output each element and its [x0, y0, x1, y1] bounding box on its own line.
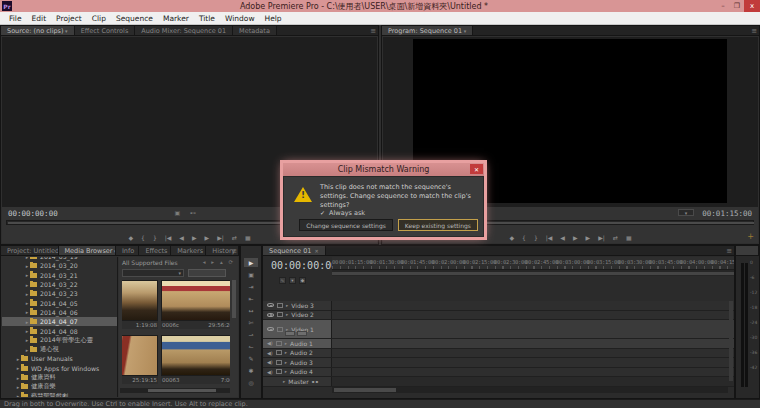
clip-cell[interactable]: 0006c29:56:20 — [161, 280, 230, 330]
slip-tool[interactable]: ⇀ — [244, 330, 258, 339]
project-tab-4[interactable]: Markers — [171, 246, 206, 255]
source-tab-3[interactable]: Metadata — [233, 26, 277, 35]
video-track-header[interactable]: ▸Video 1 — [263, 320, 332, 338]
mark-out-icon[interactable]: } — [153, 234, 157, 241]
tree-item[interactable]: ▸2014_04_06 — [2, 308, 117, 317]
sync-lock-icon[interactable] — [276, 341, 282, 346]
tree-item[interactable]: ▸2014_03_23 — [2, 289, 117, 298]
program-tab-0[interactable]: Program: Sequence 01 ▾ — [382, 26, 473, 35]
timeline-panel-menu-icon[interactable]: ≡ — [726, 247, 732, 255]
work-area-bar[interactable] — [332, 270, 734, 276]
menu-window[interactable]: Window — [220, 14, 260, 23]
rate-stretch-tool[interactable]: ↔ — [244, 306, 258, 315]
dialog-button-1[interactable]: Keep existing settings — [398, 219, 478, 231]
project-tab-1[interactable]: Media Browser ▾ — [59, 246, 116, 255]
menu-marker[interactable]: Marker — [158, 14, 194, 23]
tree-item[interactable]: ▸通心視 — [2, 345, 117, 354]
go-to-in-icon[interactable]: |◀ — [165, 234, 172, 241]
program-duration-timecode[interactable]: 00:01:15:00 — [702, 209, 752, 218]
tree-item[interactable]: ▸健康音樂 — [2, 382, 117, 391]
dialog-close-icon[interactable]: ✕ — [470, 164, 483, 174]
sync-lock-icon[interactable] — [277, 327, 283, 332]
step-back-icon[interactable]: ◀ — [560, 234, 565, 241]
clip-cell[interactable]: 25:19:15 — [122, 335, 158, 385]
safe-margins-icon[interactable]: ▦ — [245, 234, 251, 241]
go-to-in-icon[interactable]: |◀ — [546, 234, 553, 241]
tree-item[interactable]: ▸2014_03_21 — [2, 271, 117, 280]
tab-sequence-01[interactable]: Sequence 01✕ — [263, 246, 326, 255]
audio-track-content[interactable] — [332, 358, 734, 367]
timeline-vertical-scrollbar[interactable] — [729, 301, 733, 381]
razor-tool[interactable]: ✄ — [244, 318, 258, 327]
collapse-track-icon[interactable]: ▸ — [285, 341, 287, 346]
browser-vertical-scrollbar[interactable] — [232, 280, 236, 318]
file-type-filter[interactable]: All Supported Files — [122, 259, 178, 266]
zoom-tool[interactable]: ◎ — [244, 378, 258, 387]
source-tab-0[interactable]: Source: (no clips) ▾ — [1, 26, 75, 35]
always-ask-checkbox[interactable]: ✓ Always ask — [320, 209, 365, 217]
track-select-tool[interactable]: ▣ — [244, 270, 258, 279]
video-track-content[interactable] — [332, 301, 734, 310]
browser-search-input[interactable] — [188, 269, 226, 277]
menu-file[interactable]: File — [4, 14, 27, 23]
program-button-editor-icon[interactable]: + — [747, 232, 754, 241]
browser-nav-icons[interactable]: ◂ ▸ ▴ ⟳ — [203, 259, 235, 265]
master-track-header[interactable]: ▸Master▪▪ — [263, 377, 332, 386]
show-keyframes-icon[interactable] — [297, 331, 307, 336]
timeline-horizontal-scrollbar[interactable] — [332, 387, 728, 393]
project-tab-2[interactable]: Info — [116, 246, 140, 255]
project-tab-0[interactable]: Project: Untitled — [1, 246, 59, 255]
clip-thumbnail[interactable]: 25:19:15 — [122, 335, 158, 384]
sync-lock-icon[interactable] — [277, 312, 283, 317]
mark-in-icon[interactable]: { — [141, 234, 145, 241]
tab-close-icon[interactable]: ✕ — [314, 248, 318, 254]
step-back-icon[interactable]: ◀ — [179, 234, 184, 241]
audio-track-header[interactable]: ◀)▸Audio 1 — [263, 339, 332, 348]
clip-thumbnail[interactable]: 1:19:08 — [122, 280, 158, 329]
menu-project[interactable]: Project — [51, 14, 87, 23]
collapse-track-icon[interactable]: ▸ — [285, 369, 287, 374]
maximize-button[interactable]: ❐ — [730, 0, 744, 12]
dialog-button-0[interactable]: Change sequence settings — [299, 219, 393, 231]
safe-margins-icon[interactable]: ▦ — [626, 234, 632, 241]
project-tab-3[interactable]: Effects — [139, 246, 171, 255]
audio-track-content[interactable] — [332, 339, 734, 348]
toggle-track-mute-icon[interactable]: ◀) — [267, 359, 273, 365]
tree-item[interactable]: ▸2014_04_08 — [2, 326, 117, 335]
menu-clip[interactable]: Clip — [87, 14, 111, 23]
toggle-track-mute-icon[interactable]: ◀) — [267, 340, 273, 346]
menu-edit[interactable]: Edit — [27, 14, 52, 23]
mark-out-icon[interactable]: } — [534, 234, 538, 241]
audio-track-content[interactable] — [332, 368, 734, 377]
minimize-button[interactable]: – — [716, 0, 730, 12]
mark-in-icon[interactable]: { — [522, 234, 526, 241]
play-icon[interactable]: ▶ — [192, 234, 197, 241]
timeline-playhead-timecode[interactable]: 00:00:00:00 — [271, 260, 337, 271]
collapse-track-icon[interactable]: ▸ — [286, 303, 288, 308]
set-display-style-icon[interactable] — [285, 331, 295, 336]
collapse-track-icon[interactable]: ▸ — [283, 379, 285, 384]
video-track-header[interactable]: ▸Video 2 — [263, 311, 332, 320]
toggle-track-output-icon[interactable] — [267, 327, 274, 331]
add-marker-icon[interactable]: ◆ — [128, 234, 133, 241]
clip-thumbnail[interactable]: 0006c29:56:20 — [161, 280, 230, 329]
go-to-out-icon[interactable]: ▶| — [217, 234, 224, 241]
tree-item[interactable]: ▸WD Apps for Windows — [2, 364, 117, 373]
panel-menu-icon[interactable]: ≡ — [370, 27, 376, 35]
panel-menu-icon[interactable]: ≡ — [231, 247, 237, 255]
browser-horizontal-scrollbar[interactable] — [120, 388, 230, 393]
panel-menu-icon[interactable]: ≡ — [751, 27, 757, 35]
loop-icon[interactable]: ⇄ — [232, 234, 237, 241]
audio-track-content[interactable] — [332, 349, 734, 358]
toggle-track-mute-icon[interactable]: ◀) — [267, 350, 273, 356]
video-track-content[interactable] — [332, 320, 734, 338]
add-marker-icon[interactable]: ◆ — [509, 234, 514, 241]
clip-cell[interactable]: 1:19:08 — [122, 280, 158, 330]
marker-icon[interactable]: ◆ — [299, 277, 306, 284]
audio-track-header[interactable]: ◀)▸Audio 2 — [263, 349, 332, 358]
menu-help[interactable]: Help — [260, 14, 287, 23]
menu-sequence[interactable]: Sequence — [111, 14, 158, 23]
tree-item[interactable]: ▸2014_03_22 — [2, 280, 117, 289]
audio-track-header[interactable]: ◀)▸Audio 4 — [263, 368, 332, 377]
directory-viewers-dropdown[interactable]: ▾ — [122, 269, 184, 277]
